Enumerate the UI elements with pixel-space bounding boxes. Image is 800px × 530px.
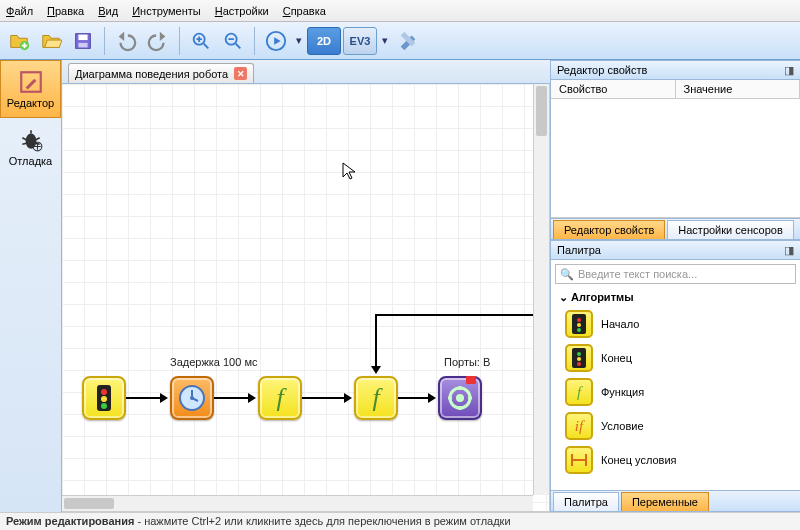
palette-item-end[interactable]: Конец <box>551 341 800 375</box>
node-delay[interactable] <box>170 376 214 420</box>
svg-point-25 <box>577 362 581 366</box>
open-button[interactable] <box>36 26 66 56</box>
undo-button[interactable] <box>111 26 141 56</box>
property-col-name: Свойство <box>551 80 676 98</box>
toolbar: ▾ 2D EV3 ▾ <box>0 22 800 60</box>
palette-item-start[interactable]: Начало <box>551 307 800 341</box>
property-table[interactable]: Свойство Значение <box>551 80 800 218</box>
right-panel: Редактор свойств ◨ Свойство Значение Ред… <box>550 60 800 512</box>
search-placeholder: Введите текст поиска... <box>578 268 697 280</box>
zoom-in-button[interactable] <box>186 26 216 56</box>
svg-point-20 <box>577 323 581 327</box>
svg-point-12 <box>101 396 107 402</box>
property-col-value: Значение <box>676 80 801 98</box>
tab-variables[interactable]: Переменные <box>621 492 709 511</box>
palette-item-function[interactable]: f Функция <box>551 375 800 409</box>
new-button[interactable] <box>4 26 34 56</box>
target-ev3-button[interactable]: EV3 <box>343 27 377 55</box>
menu-help[interactable]: Справка <box>283 5 326 17</box>
save-button[interactable] <box>68 26 98 56</box>
close-icon[interactable]: ✕ <box>234 67 247 80</box>
status-hint: - нажмите Ctrl+2 или кликните здесь для … <box>134 515 510 527</box>
horizontal-scrollbar[interactable] <box>62 495 533 511</box>
tab-editor[interactable]: Редактор <box>0 60 61 118</box>
menu-file[interactable]: Файл <box>6 5 33 17</box>
document-tab-label: Диаграмма поведения робота <box>75 68 228 80</box>
bug-icon <box>18 127 44 153</box>
redo-button[interactable] <box>143 26 173 56</box>
node-label-delay: Задержка 100 мс <box>170 356 257 368</box>
palette-search-input[interactable]: 🔍 Введите текст поиска... <box>555 264 796 284</box>
palette-body: 🔍 Введите текст поиска... ⌄ Алгоритмы На… <box>551 260 800 490</box>
property-tabs: Редактор свойств Настройки сенсоров <box>551 218 800 240</box>
palette-item-condition[interactable]: if Условие <box>551 409 800 443</box>
run-button[interactable] <box>261 26 291 56</box>
svg-rect-2 <box>78 34 87 40</box>
panel-undock-icon[interactable]: ◨ <box>784 64 794 77</box>
chevron-down-icon: ⌄ <box>559 291 568 303</box>
left-tab-bar: Редактор Отладка <box>0 60 62 512</box>
tab-property-editor[interactable]: Редактор свойств <box>553 220 665 239</box>
node-function-1[interactable]: f <box>258 376 302 420</box>
diagram-canvas[interactable]: Задержка 100 мс Порты: B f f <box>62 84 550 512</box>
document-tab[interactable]: Диаграмма поведения робота ✕ <box>68 63 254 83</box>
menu-settings[interactable]: Настройки <box>215 5 269 17</box>
canvas-area: Диаграмма поведения робота ✕ Задержка 10… <box>62 60 550 512</box>
svg-point-21 <box>577 328 581 332</box>
status-mode: Режим редактирования <box>6 515 134 527</box>
property-panel-title: Редактор свойств <box>557 64 647 76</box>
document-tab-strip: Диаграмма поведения робота ✕ <box>62 60 550 84</box>
svg-point-13 <box>101 403 107 409</box>
mouse-cursor-icon <box>342 162 358 186</box>
palette-panel-header: Палитра ◨ <box>551 240 800 260</box>
palette-item-end-condition[interactable]: Конец условия <box>551 443 800 477</box>
tab-debug-label: Отладка <box>9 155 52 167</box>
svg-point-23 <box>577 352 581 356</box>
settings-button[interactable] <box>393 26 423 56</box>
tab-debug[interactable]: Отладка <box>0 118 61 176</box>
menu-view[interactable]: Вид <box>98 5 118 17</box>
tab-editor-label: Редактор <box>7 97 54 109</box>
zoom-out-button[interactable] <box>218 26 248 56</box>
property-panel-header: Редактор свойств ◨ <box>551 60 800 80</box>
node-function-2[interactable]: f <box>354 376 398 420</box>
palette-panel-title: Палитра <box>557 244 601 256</box>
svg-point-24 <box>577 357 581 361</box>
palette-category-algorithms[interactable]: ⌄ Алгоритмы <box>551 288 800 307</box>
search-icon: 🔍 <box>560 268 574 281</box>
edit-icon <box>18 69 44 95</box>
svg-point-11 <box>101 389 107 395</box>
menu-tools[interactable]: Инструменты <box>132 5 201 17</box>
panel-undock-icon-2[interactable]: ◨ <box>784 244 794 257</box>
run-dropdown[interactable]: ▾ <box>293 34 305 47</box>
palette-tabs: Палитра Переменные <box>551 490 800 512</box>
node-start[interactable] <box>82 376 126 420</box>
menu-edit[interactable]: Правка <box>47 5 84 17</box>
tab-palette[interactable]: Палитра <box>553 492 619 511</box>
node-label-ports: Порты: B <box>444 356 490 368</box>
node-motor[interactable] <box>438 376 482 420</box>
svg-point-17 <box>456 394 464 402</box>
svg-point-19 <box>577 318 581 322</box>
svg-rect-3 <box>78 42 87 47</box>
target-dropdown[interactable]: ▾ <box>379 34 391 47</box>
status-bar[interactable]: Режим редактирования - нажмите Ctrl+2 ил… <box>0 512 800 530</box>
mode-2d-button[interactable]: 2D <box>307 27 341 55</box>
menu-bar: Файл Правка Вид Инструменты Настройки Сп… <box>0 0 800 22</box>
tab-sensor-settings[interactable]: Настройки сенсоров <box>667 220 794 239</box>
vertical-scrollbar[interactable] <box>533 84 549 495</box>
